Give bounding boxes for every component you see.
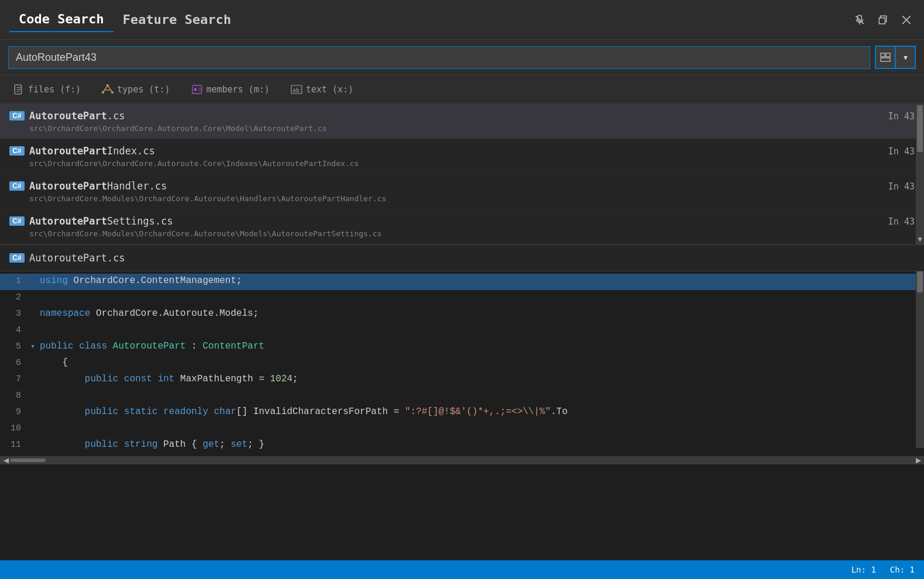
text-icon: ab	[291, 84, 302, 95]
code-body: 1 using OrchardCore.ContentManagement; 2…	[0, 271, 924, 456]
code-line-1: 1 using OrchardCore.ContentManagement;	[0, 274, 924, 290]
line-num-2: 2	[0, 291, 30, 305]
code-filename: AutoroutePart.cs	[29, 252, 125, 264]
cs-badge: C#	[9, 146, 25, 156]
result-count: In 43	[888, 180, 915, 192]
scrollbar-down-arrow[interactable]: ▼	[916, 233, 924, 245]
result-path: src\OrchardCore\OrchardCore.Autoroute.Co…	[9, 124, 327, 133]
close-icon[interactable]	[898, 12, 915, 28]
line-gutter-5: ▾	[30, 341, 40, 353]
results-scrollbar-track[interactable]: ▼	[916, 104, 924, 245]
result-filename: AutoroutePartIndex.cs	[29, 145, 155, 157]
code-body-wrapper: 1 using OrchardCore.ContentManagement; 2…	[0, 271, 924, 456]
line-num-7: 7	[0, 373, 30, 387]
line-content-5: public class AutoroutePart : ContentPart	[40, 339, 924, 354]
cs-badge: C#	[9, 216, 25, 226]
tab-feature-search[interactable]: Feature Search	[113, 8, 240, 32]
result-item[interactable]: C# AutoroutePartIndex.cs src\OrchardCore…	[0, 139, 924, 174]
hscroll-track[interactable]	[11, 459, 913, 462]
filename-post: Settings.cs	[107, 215, 173, 227]
line-content-6: {	[40, 356, 924, 371]
filter-bar: files (f:) types (t:) members (m:)	[0, 75, 924, 104]
type-icon	[102, 84, 113, 95]
svg-point-19	[194, 88, 196, 91]
line-num-5: 5	[0, 340, 30, 354]
line-num-10: 10	[0, 422, 30, 436]
line-content-10	[40, 421, 924, 436]
file-icon	[13, 84, 25, 95]
code-cs-badge: C#	[9, 253, 25, 263]
code-line-4: 4	[0, 323, 924, 339]
svg-point-15	[106, 84, 109, 87]
member-icon	[191, 84, 203, 95]
hscroll-thumb[interactable]	[11, 459, 46, 462]
ch-label: Ch: 1	[890, 565, 915, 574]
result-item[interactable]: C# AutoroutePartHandler.cs src\OrchardCo…	[0, 174, 924, 209]
filter-types[interactable]: types (t:)	[98, 81, 173, 98]
restore-icon[interactable]	[875, 12, 891, 28]
line-content-1: using OrchardCore.ContentManagement;	[40, 274, 924, 289]
no-microphone-icon[interactable]	[851, 12, 868, 28]
result-item[interactable]: C# AutoroutePart.cs src\OrchardCore\Orch…	[0, 104, 924, 139]
ln-label: Ln: 1	[851, 565, 876, 574]
line-content-11: public string Path { get; set; }	[40, 437, 924, 453]
result-filename: AutoroutePart.cs	[29, 110, 125, 122]
code-v-thumb[interactable]	[917, 271, 923, 292]
result-filename: AutoroutePartHandler.cs	[29, 180, 167, 192]
code-v-scrollbar[interactable]	[916, 271, 924, 448]
results-list: C# AutoroutePart.cs src\OrchardCore\Orch…	[0, 104, 924, 245]
result-filename: AutoroutePartSettings.cs	[29, 215, 173, 227]
result-count: In 43	[888, 110, 915, 122]
result-count: In 43	[888, 215, 915, 227]
hscroll-right-btn[interactable]: ▶	[913, 456, 923, 464]
search-container: ▾	[0, 40, 924, 75]
svg-rect-9	[881, 58, 890, 61]
results-scrollbar-thumb[interactable]	[917, 105, 923, 152]
window-controls	[851, 12, 915, 28]
line-num-4: 4	[0, 323, 30, 337]
svg-rect-4	[879, 18, 885, 23]
line-num-6: 6	[0, 356, 30, 370]
search-input[interactable]	[8, 46, 870, 69]
title-bar: Code Search Feature Search	[0, 0, 924, 40]
filter-text-label: text (x:)	[306, 84, 353, 95]
result-left: C# AutoroutePart.cs src\OrchardCore\Orch…	[9, 110, 327, 133]
status-ln: Ln: 1	[851, 565, 876, 574]
filter-files[interactable]: files (f:)	[9, 81, 84, 98]
code-line-11: 11 public string Path { get; set; }	[0, 437, 924, 454]
filename-highlight: AutoroutePart	[29, 215, 107, 227]
svg-point-16	[102, 91, 104, 94]
line-content-9: public static readonly char[] InvalidCha…	[40, 405, 924, 420]
code-line-9: 9 public static readonly char[] InvalidC…	[0, 405, 924, 421]
code-preview-header: C# AutoroutePart.cs	[0, 245, 924, 271]
tab-code-search[interactable]: Code Search	[9, 7, 113, 32]
status-ch: Ch: 1	[890, 565, 915, 574]
result-left: C# AutoroutePartIndex.cs src\OrchardCore…	[9, 145, 359, 168]
results-wrapper: C# AutoroutePart.cs src\OrchardCore\Orch…	[0, 104, 924, 245]
line-num-11: 11	[0, 438, 30, 452]
filter-members-label: members (m:)	[206, 84, 270, 95]
result-title-row: C# AutoroutePart.cs	[9, 110, 327, 122]
svg-rect-8	[886, 53, 890, 57]
filter-members[interactable]: members (m:)	[188, 81, 273, 98]
line-content-3: namespace OrchardCore.Autoroute.Models;	[40, 306, 924, 322]
result-left: C# AutoroutePartSettings.cs src\OrchardC…	[9, 215, 382, 238]
h-scrollbar[interactable]: ◀ ▶	[0, 456, 924, 464]
line-num-3: 3	[0, 307, 30, 321]
filter-text[interactable]: ab text (x:)	[287, 81, 357, 98]
code-line-2: 2	[0, 290, 924, 306]
filename-post: Handler.cs	[107, 180, 167, 192]
line-content-4	[40, 323, 924, 338]
search-dropdown-button[interactable]: ▾	[895, 46, 915, 68]
line-num-9: 9	[0, 405, 30, 419]
cs-badge: C#	[9, 111, 25, 120]
filename-highlight: AutoroutePart	[29, 180, 107, 192]
search-layout-icon[interactable]	[875, 46, 895, 68]
code-line-5: 5 ▾ public class AutoroutePart : Content…	[0, 339, 924, 356]
code-line-8: 8	[0, 388, 924, 405]
result-title-row: C# AutoroutePartIndex.cs	[9, 145, 359, 157]
svg-point-17	[111, 91, 113, 94]
hscroll-left-btn[interactable]: ◀	[1, 456, 11, 464]
code-line-6: 6 {	[0, 356, 924, 372]
result-item[interactable]: C# AutoroutePartSettings.cs src\OrchardC…	[0, 209, 924, 244]
